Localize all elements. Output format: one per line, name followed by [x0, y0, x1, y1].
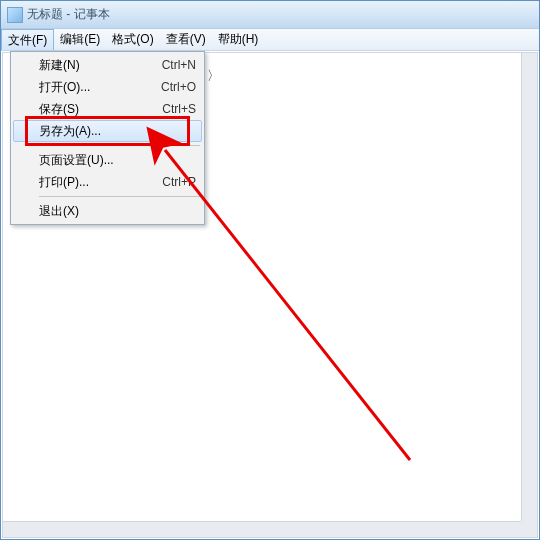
- menu-item-shortcut: Ctrl+S: [162, 102, 196, 116]
- menu-item-label: 页面设置(U)...: [39, 152, 196, 169]
- menu-edit[interactable]: 编辑(E): [54, 29, 106, 50]
- menu-item-label: 另存为(A)...: [39, 123, 195, 140]
- menu-item-new[interactable]: 新建(N) Ctrl+N: [13, 54, 202, 76]
- doc-fragment: 〉: [207, 67, 220, 85]
- titlebar[interactable]: 无标题 - 记事本: [1, 1, 539, 29]
- menu-item-label: 保存(S): [39, 101, 162, 118]
- menu-item-save[interactable]: 保存(S) Ctrl+S: [13, 98, 202, 120]
- horizontal-scrollbar[interactable]: [3, 521, 521, 537]
- menu-item-label: 打开(O)...: [39, 79, 161, 96]
- file-dropdown: 新建(N) Ctrl+N 打开(O)... Ctrl+O 保存(S) Ctrl+…: [10, 51, 205, 225]
- menu-item-label: 退出(X): [39, 203, 196, 220]
- menu-item-label: 新建(N): [39, 57, 162, 74]
- app-window: 无标题 - 记事本 文件(F) 编辑(E) 格式(O) 查看(V) 帮助(H) …: [0, 0, 540, 540]
- menubar: 文件(F) 编辑(E) 格式(O) 查看(V) 帮助(H): [1, 29, 539, 51]
- menu-item-open[interactable]: 打开(O)... Ctrl+O: [13, 76, 202, 98]
- menu-item-save-as[interactable]: 另存为(A)...: [13, 120, 202, 142]
- menu-item-shortcut: Ctrl+O: [161, 80, 196, 94]
- menu-separator: [39, 196, 200, 197]
- menu-item-label: 打印(P)...: [39, 174, 162, 191]
- menu-item-exit[interactable]: 退出(X): [13, 200, 202, 222]
- menu-item-shortcut: Ctrl+N: [162, 58, 196, 72]
- menu-item-page-setup[interactable]: 页面设置(U)...: [13, 149, 202, 171]
- menu-format[interactable]: 格式(O): [106, 29, 159, 50]
- menu-help[interactable]: 帮助(H): [212, 29, 265, 50]
- title-text: 无标题 - 记事本: [27, 6, 110, 23]
- menu-separator: [39, 145, 200, 146]
- scrollbar-corner: [521, 521, 537, 537]
- menu-view[interactable]: 查看(V): [160, 29, 212, 50]
- app-icon: [7, 7, 23, 23]
- menu-item-shortcut: Ctrl+P: [162, 175, 196, 189]
- menu-item-print[interactable]: 打印(P)... Ctrl+P: [13, 171, 202, 193]
- menu-file[interactable]: 文件(F): [1, 29, 54, 50]
- vertical-scrollbar[interactable]: [521, 53, 537, 521]
